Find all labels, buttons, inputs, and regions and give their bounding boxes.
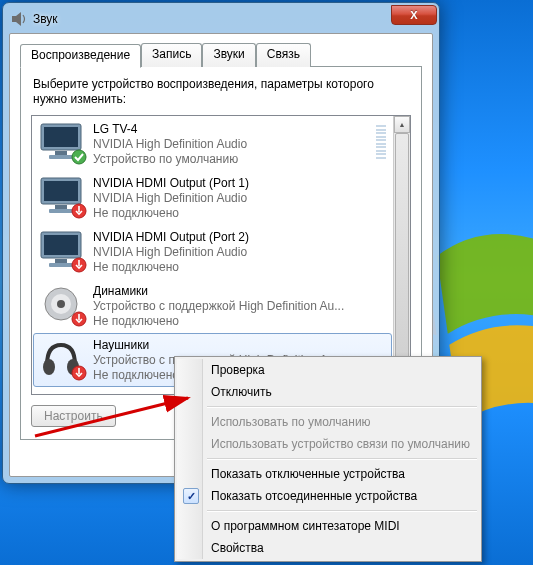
menu-item[interactable]: Проверка [177, 359, 479, 381]
device-list: LG TV-4NVIDIA High Definition AudioУстро… [31, 115, 411, 395]
svg-rect-13 [55, 259, 67, 263]
svg-rect-7 [44, 181, 78, 201]
menu-item-label: О программном синтезаторе MIDI [211, 519, 400, 533]
device-status: Не подключено [93, 314, 386, 329]
device-name: Наушники [93, 338, 386, 353]
device-status: Устройство по умолчанию [93, 152, 372, 167]
tab-communications[interactable]: Связь [256, 43, 311, 67]
sound-icon [11, 11, 27, 27]
menu-item-label: Проверка [211, 363, 265, 377]
device-badge-icon [71, 203, 87, 219]
svg-rect-3 [55, 151, 67, 155]
device-driver: NVIDIA High Definition Audio [93, 191, 386, 206]
svg-point-5 [72, 150, 86, 164]
svg-rect-14 [49, 263, 73, 267]
device-driver: NVIDIA High Definition Audio [93, 245, 386, 260]
device-thumb [37, 283, 85, 325]
device-badge-icon [71, 365, 87, 381]
instruction-text: Выберите устройство воспроизведения, пар… [33, 77, 411, 107]
device-item[interactable]: ДинамикиУстройство с поддержкой High Def… [33, 279, 392, 333]
device-item[interactable]: LG TV-4NVIDIA High Definition AudioУстро… [33, 117, 392, 171]
svg-rect-4 [49, 155, 73, 159]
svg-rect-12 [44, 235, 78, 255]
menu-item-label: Показать отсоединенные устройства [211, 489, 417, 503]
menu-item[interactable]: О программном синтезаторе MIDI [177, 515, 479, 537]
svg-point-20 [43, 359, 55, 375]
menu-item-label: Отключить [211, 385, 272, 399]
device-name: Динамики [93, 284, 386, 299]
menu-item[interactable]: ✓Показать отсоединенные устройства [177, 485, 479, 507]
menu-item-label: Свойства [211, 541, 264, 555]
title-bar[interactable]: Звук X [9, 9, 433, 33]
device-name: NVIDIA HDMI Output (Port 1) [93, 176, 386, 191]
svg-point-18 [57, 300, 65, 308]
tab-recording[interactable]: Запись [141, 43, 202, 67]
tab-strip: Воспроизведение Запись Звуки Связь [20, 43, 422, 67]
device-thumb [37, 337, 85, 379]
menu-item: Использовать устройство связи по умолчан… [177, 433, 479, 455]
tab-playback[interactable]: Воспроизведение [20, 44, 141, 68]
menu-item: Использовать по умолчанию [177, 411, 479, 433]
level-meter [376, 125, 386, 159]
svg-rect-0 [12, 16, 16, 22]
scroll-up-button[interactable]: ▲ [394, 116, 410, 133]
menu-item-label: Показать отключенные устройства [211, 467, 405, 481]
device-thumb [37, 175, 85, 217]
device-item[interactable]: NVIDIA HDMI Output (Port 1)NVIDIA High D… [33, 171, 392, 225]
device-thumb [37, 121, 85, 163]
svg-rect-2 [44, 127, 78, 147]
check-icon: ✓ [183, 488, 199, 504]
menu-item[interactable]: Отключить [177, 381, 479, 403]
configure-button[interactable]: Настроить [31, 405, 116, 427]
svg-rect-9 [49, 209, 73, 213]
scrollbar[interactable]: ▲ ▼ [393, 116, 410, 394]
device-status: Не подключено [93, 206, 386, 221]
device-badge-icon [71, 257, 87, 273]
menu-separator [207, 406, 477, 408]
device-driver: Устройство с поддержкой High Definition … [93, 299, 386, 314]
menu-item[interactable]: Свойства [177, 537, 479, 559]
device-status: Не подключено [93, 260, 386, 275]
device-driver: NVIDIA High Definition Audio [93, 137, 372, 152]
context-menu: ПроверкаОтключитьИспользовать по умолчан… [174, 356, 482, 562]
menu-separator [207, 458, 477, 460]
menu-item-label: Использовать по умолчанию [211, 415, 371, 429]
menu-separator [207, 510, 477, 512]
menu-item-label: Использовать устройство связи по умолчан… [211, 437, 470, 451]
device-thumb [37, 229, 85, 271]
device-item[interactable]: NVIDIA HDMI Output (Port 2)NVIDIA High D… [33, 225, 392, 279]
scroll-thumb[interactable] [395, 133, 409, 377]
svg-rect-8 [55, 205, 67, 209]
device-name: LG TV-4 [93, 122, 372, 137]
device-badge-icon [71, 149, 87, 165]
tab-sounds[interactable]: Звуки [202, 43, 255, 67]
window-title: Звук [33, 12, 58, 26]
device-name: NVIDIA HDMI Output (Port 2) [93, 230, 386, 245]
menu-item[interactable]: Показать отключенные устройства [177, 463, 479, 485]
close-button[interactable]: X [391, 5, 437, 25]
device-badge-icon [71, 311, 87, 327]
